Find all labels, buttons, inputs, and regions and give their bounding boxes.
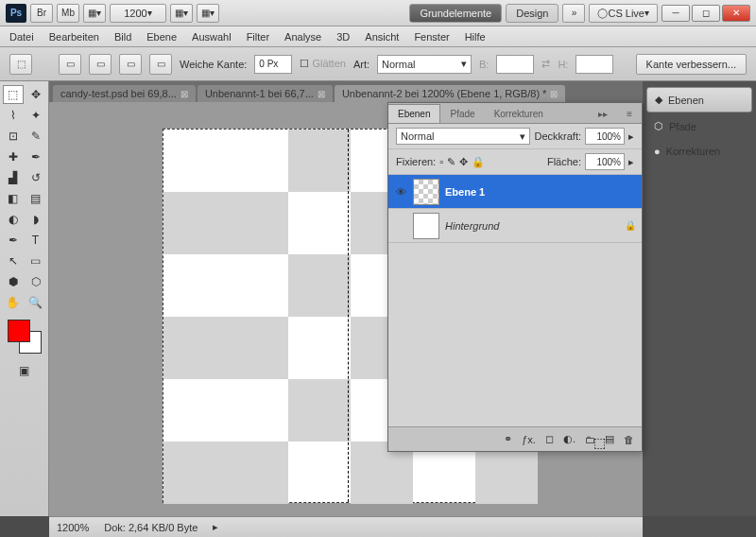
dock-ebenen[interactable]: ◆ Ebenen: [646, 87, 752, 113]
doc-info-arrow-icon[interactable]: ▸: [213, 521, 218, 533]
tool-preset[interactable]: ⬚: [9, 54, 32, 75]
select-int[interactable]: ▭: [149, 54, 172, 75]
blur-tool[interactable]: ◐: [3, 210, 24, 229]
stamp-tool[interactable]: ▟: [3, 168, 24, 187]
move-tool[interactable]: ✥: [26, 85, 46, 104]
select-add[interactable]: ▭: [89, 54, 112, 75]
link-icon[interactable]: ⚭: [504, 433, 512, 445]
eraser-tool[interactable]: ◧: [3, 189, 24, 208]
maximize-button[interactable]: ◻: [692, 5, 720, 22]
workspace-grundelemente[interactable]: Grundelemente: [409, 4, 502, 23]
3d-tool[interactable]: ⬢: [3, 272, 24, 291]
panel-tab-ebenen[interactable]: Ebenen: [388, 104, 440, 123]
doc-info[interactable]: Dok: 2,64 KB/0 Byte: [104, 522, 198, 533]
doc-tab-1[interactable]: Unbenannt-1 bei 66,7...⊠: [198, 85, 333, 102]
menu-datei[interactable]: Datei: [9, 31, 34, 43]
type-tool[interactable]: T: [26, 231, 46, 250]
adjust-icon[interactable]: ◐.: [563, 433, 576, 445]
brush-tool[interactable]: ✒: [26, 147, 46, 166]
lock-trans-icon[interactable]: ▫: [439, 156, 443, 167]
opacity-input[interactable]: [585, 128, 625, 145]
crop-tool[interactable]: ⊡: [3, 127, 24, 146]
arrange-1-button[interactable]: ▦▾: [170, 4, 193, 23]
hand-tool[interactable]: ✋: [3, 293, 24, 312]
history-tool[interactable]: ↺: [26, 168, 46, 187]
zoom-tool[interactable]: 🔍: [26, 293, 46, 312]
feather-input[interactable]: [254, 55, 292, 74]
dock-pfade[interactable]: ⬡ Pfade: [646, 114, 752, 138]
art-select[interactable]: Normal▾: [377, 55, 472, 74]
menu-ansicht[interactable]: Ansicht: [365, 31, 399, 43]
select-new[interactable]: ▭: [59, 54, 81, 75]
screen-mode-button[interactable]: ▦▾: [83, 4, 106, 23]
close-button[interactable]: ✕: [722, 5, 750, 22]
lock-all-icon[interactable]: 🔒: [472, 156, 485, 168]
layer-name[interactable]: Hintergrund: [445, 220, 619, 232]
panel-collapse-icon[interactable]: ▸▸: [589, 105, 617, 123]
visibility-icon[interactable]: [394, 219, 407, 233]
mask-mode[interactable]: ▣: [14, 361, 35, 380]
marquee-tool[interactable]: ⬚: [3, 85, 24, 104]
dock-korrekturen[interactable]: ● Korrekturen: [646, 140, 752, 163]
layer-thumb[interactable]: [413, 179, 439, 205]
refine-edge-button[interactable]: Kante verbessern...: [636, 54, 747, 75]
lasso-tool[interactable]: ⌇: [3, 106, 24, 125]
visibility-icon[interactable]: 👁: [394, 185, 407, 199]
layer-name[interactable]: Ebene 1: [445, 186, 636, 198]
layer-row[interactable]: 👁 Ebene 1: [388, 175, 642, 209]
layer-row[interactable]: Hintergrund 🔒: [388, 209, 642, 243]
group-icon[interactable]: 🗀: [585, 434, 595, 445]
pen-tool[interactable]: ✒: [3, 231, 24, 250]
shape-tool[interactable]: ▭: [26, 251, 46, 270]
panel-menu-icon[interactable]: ≡: [617, 105, 642, 123]
swap-icon: ⇄: [541, 58, 550, 70]
cslive-button[interactable]: ◯ CS Live ▾: [589, 4, 658, 23]
workspace-more-button[interactable]: »: [562, 4, 585, 23]
zoom-input[interactable]: 1200 ▾: [110, 4, 166, 23]
menu-hilfe[interactable]: Hilfe: [465, 31, 486, 43]
3dcam-tool[interactable]: ⬡: [26, 272, 46, 291]
fill-input[interactable]: [585, 153, 625, 170]
blend-mode-select[interactable]: Normal▾: [396, 128, 530, 145]
panel-tab-pfade[interactable]: Pfade: [440, 105, 484, 123]
path-tool[interactable]: ↖: [3, 251, 24, 270]
opacity-arrow-icon[interactable]: ▸: [628, 130, 634, 143]
dodge-tool[interactable]: ◗: [26, 210, 46, 229]
close-icon[interactable]: ⊠: [318, 89, 325, 99]
mask-icon[interactable]: ◻: [545, 433, 554, 445]
mb-button[interactable]: Mb: [57, 4, 79, 23]
select-sub[interactable]: ▭: [119, 54, 142, 75]
menu-auswahl[interactable]: Auswahl: [192, 31, 232, 43]
zoom-status[interactable]: 1200%: [57, 522, 89, 533]
arrange-2-button[interactable]: ▦▾: [197, 4, 219, 23]
fill-arrow-icon[interactable]: ▸: [628, 156, 634, 168]
glatten-checkbox[interactable]: ☐ Glätten: [300, 58, 346, 70]
lock-paint-icon[interactable]: ✎: [447, 156, 455, 168]
close-icon[interactable]: ⊠: [550, 89, 558, 99]
layer-thumb[interactable]: [413, 213, 439, 239]
fx-icon[interactable]: ƒx.: [522, 434, 536, 445]
minimize-button[interactable]: ─: [662, 5, 690, 22]
bridge-button[interactable]: Br: [30, 4, 53, 23]
menu-analyse[interactable]: Analyse: [284, 31, 321, 43]
menu-filter[interactable]: Filter: [247, 31, 269, 43]
panel-tab-korr[interactable]: Korrekturen: [485, 105, 553, 123]
doc-tab-0[interactable]: candy-test.psd bei 69,8...⊠: [53, 85, 196, 102]
lock-move-icon[interactable]: ✥: [459, 156, 468, 168]
new-layer-icon[interactable]: ▤: [605, 433, 614, 445]
menu-fenster[interactable]: Fenster: [414, 31, 449, 43]
color-swatches[interactable]: [8, 320, 42, 354]
menu-bearbeiten[interactable]: Bearbeiten: [49, 31, 99, 43]
workspace-design[interactable]: Design: [506, 4, 558, 23]
menu-ebene[interactable]: Ebene: [146, 31, 177, 43]
gradient-tool[interactable]: ▤: [26, 189, 46, 208]
menu-bild[interactable]: Bild: [114, 31, 131, 43]
menu-3d[interactable]: 3D: [336, 31, 350, 43]
layer-list: 👁 Ebene 1 Hintergrund 🔒: [388, 175, 642, 392]
close-icon[interactable]: ⊠: [180, 89, 188, 99]
wand-tool[interactable]: ✦: [26, 106, 46, 125]
heal-tool[interactable]: ✚: [3, 147, 24, 166]
eyedrop-tool[interactable]: ✎: [26, 127, 46, 146]
trash-icon[interactable]: 🗑: [624, 434, 634, 445]
doc-tab-2[interactable]: Unbenannt-2 bei 1200% (Ebene 1, RGB/8) *…: [335, 85, 565, 102]
